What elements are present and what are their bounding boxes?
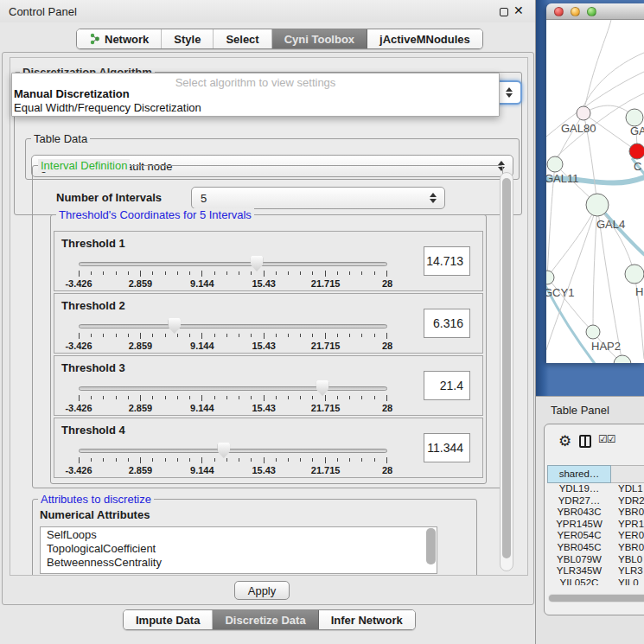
table-horizontal-scrollbar[interactable] — [548, 594, 644, 603]
threshold-slider[interactable]: -3.4262.8599.14415.4321.71528 — [79, 318, 387, 351]
slider-track[interactable] — [79, 262, 387, 266]
settings-scrollbar[interactable] — [500, 172, 513, 571]
network-window-titlebar[interactable] — [546, 3, 644, 20]
list-scrollbar[interactable] — [426, 528, 436, 564]
interval-definition-title: Interval Definition — [38, 159, 130, 172]
slider-thumb-icon[interactable] — [168, 318, 181, 334]
threshold-slider[interactable]: -3.4262.8599.14415.4321.71528 — [79, 443, 387, 475]
list-item[interactable]: SelfLoops — [41, 527, 437, 541]
cell-name[interactable]: YER0 — [611, 530, 644, 542]
slider-thumb-icon[interactable] — [316, 380, 329, 396]
threshold-value-field[interactable]: 11.344 — [424, 433, 470, 462]
scrollbar-thumb[interactable] — [502, 178, 511, 558]
tab-infer-network[interactable]: Infer Network — [319, 610, 415, 629]
network-node[interactable] — [586, 194, 609, 216]
cell-shared-name[interactable]: YBL079W — [547, 554, 611, 566]
threshold-value-field[interactable]: 14.713 — [424, 246, 470, 276]
network-node-label: C — [634, 160, 641, 173]
table-panel: ⚙ ☑☑ shared… na YDL19…YDL1YDR27…YDR2YBR0… — [544, 424, 644, 615]
numerical-attributes-list[interactable]: SelfLoops TopologicalCoefficient Between… — [40, 526, 437, 574]
cell-shared-name[interactable]: YDL19… — [547, 483, 611, 495]
cell-shared-name[interactable]: YIL052C — [547, 577, 611, 585]
slider-track[interactable] — [79, 449, 387, 453]
number-of-intervals-combobox[interactable]: 5 — [191, 187, 445, 209]
table-row[interactable]: YBR045CYBR0 — [547, 542, 644, 554]
slider-ticks — [79, 333, 387, 339]
table-row[interactable]: YBR043CYBR0 — [547, 507, 644, 519]
tab-discretize-data[interactable]: Discretize Data — [213, 610, 318, 629]
threshold-row: Threshold 3-3.4262.8599.14415.4321.71528… — [54, 355, 483, 416]
algorithm-option-equal-width[interactable]: Equal Width/Frequency Discretization — [12, 101, 499, 115]
table-row[interactable]: YDR27…YDR2 — [547, 495, 644, 507]
algorithm-option-manual[interactable]: Manual Discretization — [12, 87, 499, 101]
network-node[interactable] — [625, 265, 644, 284]
gear-icon[interactable]: ⚙ — [558, 432, 571, 450]
cell-shared-name[interactable]: YPR145W — [547, 519, 611, 531]
minimize-traffic-light-icon[interactable] — [571, 7, 580, 16]
slider-track[interactable] — [79, 324, 387, 328]
cell-name[interactable]: YLR3 — [611, 565, 644, 577]
network-node-label: HAP2 — [591, 340, 621, 353]
control-panel-titlebar: Control Panel ✕ — [0, 0, 535, 22]
cell-name[interactable]: YIL0 — [611, 577, 644, 585]
close-icon[interactable]: ✕ — [513, 3, 524, 17]
network-node[interactable] — [546, 271, 554, 284]
close-traffic-light-icon[interactable] — [554, 7, 564, 16]
table-row[interactable]: YER054CYER0 — [547, 530, 644, 542]
tab-style[interactable]: Style — [162, 29, 214, 48]
table-header-row: shared… na — [547, 465, 644, 483]
columns-icon[interactable] — [579, 435, 591, 448]
list-item[interactable]: BetweennessCentrality — [41, 555, 437, 569]
tab-jactivemnodules[interactable]: jActiveMNodules — [367, 29, 482, 48]
network-node[interactable] — [614, 355, 631, 363]
slider-thumb-icon[interactable] — [251, 256, 264, 271]
checkbox-icons[interactable]: ☑☑ — [598, 433, 615, 445]
network-nodes[interactable]: GAL80GACGAL11GAL4HGCY1HAP2 — [546, 106, 644, 363]
cyni-content-panel: Discretization Algorithm Table Data galF… — [2, 52, 534, 605]
network-node[interactable] — [577, 106, 590, 120]
cell-name[interactable]: YBR0 — [611, 542, 644, 554]
tab-network[interactable]: Network — [77, 29, 162, 48]
tab-cyni-toolbox[interactable]: Cyni Toolbox — [272, 29, 367, 48]
window-title: Control Panel — [9, 5, 77, 18]
cell-shared-name[interactable]: YLR345W — [547, 565, 611, 577]
network-node[interactable] — [629, 143, 644, 159]
threshold-value-field[interactable]: 6.316 — [424, 309, 470, 338]
tab-impute-data[interactable]: Impute Data — [124, 610, 213, 629]
table-row[interactable]: YPR145WYPR1 — [547, 519, 644, 531]
threshold-slider[interactable]: -3.4262.8599.14415.4321.71528 — [79, 380, 387, 413]
cell-shared-name[interactable]: YBR043C — [547, 507, 611, 519]
cell-shared-name[interactable]: YBR045C — [547, 542, 611, 554]
cell-name[interactable]: YDR2 — [611, 495, 644, 507]
cell-name[interactable]: YBL0 — [611, 554, 644, 566]
apply-button[interactable]: Apply — [234, 581, 290, 600]
table-row[interactable]: YDL19…YDL1 — [547, 483, 644, 495]
numerical-attributes-label: Numerical Attributes — [40, 508, 150, 521]
slider-track[interactable] — [79, 386, 387, 391]
network-node[interactable] — [626, 109, 643, 126]
table-row[interactable]: YLR345WYLR3 — [547, 565, 644, 577]
threshold-label: Threshold 2 — [61, 299, 125, 312]
float-window-icon[interactable] — [500, 8, 508, 16]
scrollbar-thumb[interactable] — [549, 595, 644, 602]
table-row[interactable]: YBL079WYBL0 — [547, 554, 644, 566]
cell-name[interactable]: YPR1 — [611, 519, 644, 531]
column-header-shared-name[interactable]: shared… — [547, 465, 611, 483]
attributes-group-title: Attributes to discretize — [38, 493, 154, 506]
list-item[interactable]: TopologicalCoefficient — [41, 541, 437, 555]
cell-shared-name[interactable]: YDR27… — [547, 495, 611, 507]
column-header-name[interactable]: na — [611, 465, 644, 483]
tab-select[interactable]: Select — [214, 29, 271, 48]
cell-shared-name[interactable]: YER054C — [547, 530, 611, 542]
network-node[interactable] — [586, 325, 600, 339]
zoom-traffic-light-icon[interactable] — [587, 7, 596, 16]
network-canvas[interactable]: GAL80GACGAL11GAL4HGCY1HAP2 — [546, 20, 644, 363]
control-panel-tabbar: Network Style Select Cyni Toolbox jActiv… — [76, 29, 483, 49]
threshold-value-field[interactable]: 21.4 — [424, 371, 470, 400]
table-row[interactable]: YIL052CYIL0 — [547, 577, 644, 585]
cell-name[interactable]: YDL1 — [611, 483, 644, 495]
network-node[interactable] — [547, 156, 563, 172]
cell-name[interactable]: YBR0 — [611, 507, 644, 519]
slider-thumb-icon[interactable] — [217, 443, 230, 458]
threshold-slider[interactable]: -3.4262.8599.14415.4321.71528 — [79, 256, 387, 289]
